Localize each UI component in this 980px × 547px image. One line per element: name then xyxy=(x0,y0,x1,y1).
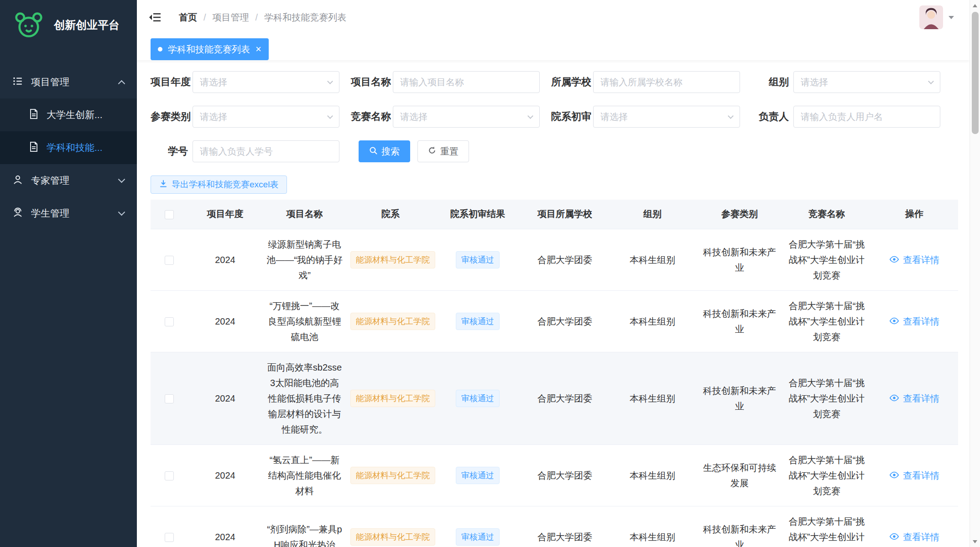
sidebar-item-label: 学生管理 xyxy=(31,207,119,220)
triangle-down-icon xyxy=(973,540,977,543)
competition-select[interactable] xyxy=(393,106,540,128)
student-icon xyxy=(13,207,23,220)
sidebar-item-expert-management[interactable]: 专家管理 xyxy=(0,164,137,197)
competition-table: 项目年度 项目名称 院系 院系初审结果 项目所属学校 组别 参赛类别 竞赛名称 … xyxy=(151,200,958,547)
view-detail-link[interactable]: 查看详情 xyxy=(889,252,939,268)
filter-competition-name: 竞赛名称 xyxy=(351,106,551,128)
review-status-badge: 审核通过 xyxy=(456,390,500,407)
users-icon xyxy=(13,175,23,187)
row-checkbox[interactable] xyxy=(165,471,174,480)
column-header-group: 组别 xyxy=(609,200,696,229)
cell-year: 2024 xyxy=(188,290,262,352)
dept-review-select[interactable] xyxy=(593,106,740,128)
collapse-sidebar-icon[interactable] xyxy=(149,12,162,23)
view-detail-link[interactable]: 查看详情 xyxy=(889,529,939,545)
dept-review-select-input[interactable] xyxy=(594,106,740,127)
project-name-field[interactable] xyxy=(393,71,540,93)
cell-category: 科技创新和未来产业 xyxy=(696,290,783,352)
project-submenu: 大学生创新... 学科和技能... xyxy=(0,98,137,164)
sidebar-menu: 项目管理 大学生创新... xyxy=(0,66,137,230)
cell-category: 科技创新和未来产业 xyxy=(696,352,783,444)
cell-group: 本科生组别 xyxy=(609,444,696,506)
student-id-field[interactable] xyxy=(193,140,339,162)
filter-group: 组别 xyxy=(751,71,952,93)
chevron-down-icon[interactable] xyxy=(949,16,954,19)
cell-school: 合肥大学团委 xyxy=(521,352,609,444)
filter-label: 参赛类别 xyxy=(151,110,193,124)
filter-label: 竞赛名称 xyxy=(351,110,393,124)
page-content: 项目年度 项目名称 所属学校 xyxy=(137,60,970,547)
cell-competition: 合肥大学第十届“挑战杯”大学生创业计划竞赛 xyxy=(783,444,871,506)
top-header: 首页 / 项目管理 / 学科和技能竞赛列表 xyxy=(137,0,970,35)
column-header-year: 项目年度 xyxy=(188,200,262,229)
filter-label: 所属学校 xyxy=(551,75,593,89)
scrollbar[interactable] xyxy=(970,0,980,547)
project-year-select[interactable] xyxy=(193,71,339,93)
sidebar: 创新创业平台 项目管理 xyxy=(0,0,137,547)
scrollbar-up-arrow[interactable] xyxy=(970,0,980,11)
student-id-input[interactable] xyxy=(193,141,339,162)
view-detail-link[interactable]: 查看详情 xyxy=(889,391,939,406)
triangle-up-icon xyxy=(973,4,977,7)
project-name-input[interactable] xyxy=(393,72,539,93)
logo: 创新创业平台 xyxy=(0,0,137,44)
school-input[interactable] xyxy=(594,72,740,93)
reset-button[interactable]: 重置 xyxy=(417,140,469,162)
sidebar-item-undergrad-innovation[interactable]: 大学生创新... xyxy=(0,98,137,131)
filter-project-year: 项目年度 xyxy=(151,71,351,93)
search-button[interactable]: 搜索 xyxy=(359,140,410,162)
leader-input[interactable] xyxy=(794,106,940,127)
table-header-row: 项目年度 项目名称 院系 院系初审结果 项目所属学校 组别 参赛类别 竞赛名称 … xyxy=(151,200,958,229)
tab-subject-skill-competition-list[interactable]: 学科和技能竞赛列表 × xyxy=(151,38,269,60)
scrollbar-thumb[interactable] xyxy=(972,12,979,134)
sidebar-item-label: 专家管理 xyxy=(31,174,119,187)
filter-row-2: 参赛类别 竞赛名称 院系初审 xyxy=(151,106,958,128)
sidebar-item-label: 项目管理 xyxy=(31,76,119,88)
row-checkbox[interactable] xyxy=(165,394,174,403)
scrollbar-down-arrow[interactable] xyxy=(970,536,980,547)
cell-project-name: 面向高效率sb2sse3太阳能电池的高性能低损耗电子传输层材料的设计与性能研究。 xyxy=(262,352,347,444)
cell-year: 2024 xyxy=(188,506,262,547)
header-right xyxy=(919,5,958,29)
refresh-icon xyxy=(428,146,436,157)
sidebar-item-label: 大学生创新... xyxy=(47,108,124,121)
sidebar-item-subject-skill-competition[interactable]: 学科和技能... xyxy=(0,131,137,164)
avatar[interactable] xyxy=(919,5,943,29)
group-select-input[interactable] xyxy=(794,72,940,93)
document-icon xyxy=(29,109,38,121)
table-row: 2024 “氢云直上”——新结构高性能电催化材料 能源材料与化工学院 审核通过 … xyxy=(151,444,958,506)
sidebar-item-project-management[interactable]: 项目管理 xyxy=(0,66,137,98)
group-select[interactable] xyxy=(793,71,940,93)
school-field[interactable] xyxy=(593,71,740,93)
view-detail-link[interactable]: 查看详情 xyxy=(889,314,939,329)
cell-group: 本科生组别 xyxy=(609,506,696,547)
breadcrumb-project-management[interactable]: 项目管理 xyxy=(213,11,249,24)
table-row: 2024 绿源新型钠离子电池——“我的钠手好戏” 能源材料与化工学院 审核通过 … xyxy=(151,229,958,290)
cell-competition: 合肥大学第十届“挑战杯”大学生创业计划竞赛 xyxy=(783,352,871,444)
eye-icon xyxy=(889,391,899,406)
dept-tag: 能源材料与化工学院 xyxy=(350,390,435,407)
breadcrumb-separator: / xyxy=(203,12,206,23)
tab-active-dot xyxy=(158,47,162,52)
select-all-checkbox[interactable] xyxy=(165,210,174,219)
category-select-input[interactable] xyxy=(193,106,339,127)
table-row: 2024 “万锂挑一”——改良型高续航新型锂硫电池 能源材料与化工学院 审核通过… xyxy=(151,290,958,352)
review-status-badge: 审核通过 xyxy=(456,313,500,330)
chevron-down-icon xyxy=(118,175,125,183)
competition-select-input[interactable] xyxy=(393,106,539,127)
sidebar-item-student-management[interactable]: 学生管理 xyxy=(0,197,137,230)
row-checkbox[interactable] xyxy=(165,533,174,542)
main-area: 首页 / 项目管理 / 学科和技能竞赛列表 xyxy=(137,0,970,547)
cell-project-name: “氢云直上”——新结构高性能电催化材料 xyxy=(262,444,347,506)
row-checkbox[interactable] xyxy=(165,256,174,265)
breadcrumb-home[interactable]: 首页 xyxy=(179,11,197,24)
row-checkbox[interactable] xyxy=(165,317,174,326)
leader-field[interactable] xyxy=(793,106,940,128)
project-year-select-input[interactable] xyxy=(193,72,339,93)
tab-close-icon[interactable]: × xyxy=(255,44,261,54)
category-select[interactable] xyxy=(193,106,339,128)
view-detail-link[interactable]: 查看详情 xyxy=(889,468,939,483)
filter-label: 院系初审 xyxy=(551,110,593,124)
column-header-school: 项目所属学校 xyxy=(521,200,609,229)
export-excel-button[interactable]: 导出学科和技能竞赛excel表 xyxy=(151,175,287,194)
